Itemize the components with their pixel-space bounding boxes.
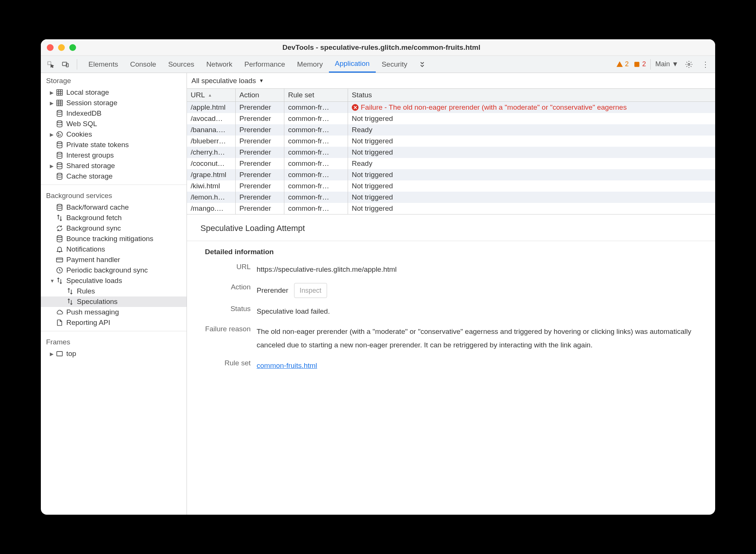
grid-icon — [55, 89, 64, 96]
svg-point-8 — [57, 121, 62, 123]
tab-sources[interactable]: Sources — [162, 56, 200, 73]
db-icon — [55, 204, 64, 211]
sidebar-item-background-sync[interactable]: Background sync — [41, 223, 187, 234]
table-row[interactable]: /avocad…Prerendercommon-fr…Not triggered — [187, 113, 715, 124]
sidebar-item-local-storage[interactable]: ▶Local storage — [41, 87, 187, 98]
devtools-window: DevTools - speculative-rules.glitch.me/c… — [41, 39, 715, 515]
titlebar: DevTools - speculative-rules.glitch.me/c… — [41, 39, 715, 56]
svg-rect-21 — [57, 351, 63, 356]
sidebar-item-speculative-loads[interactable]: ▼Speculative loads — [41, 276, 187, 286]
svg-point-17 — [57, 204, 62, 206]
svg-rect-3 — [634, 62, 639, 67]
sidebar-item-rules[interactable]: Rules — [41, 286, 187, 296]
sidebar-item-cache-storage[interactable]: Cache storage — [41, 171, 187, 182]
sidebar-item-session-storage[interactable]: ▶Session storage — [41, 98, 187, 108]
ruleset-link[interactable]: common-fruits.html — [257, 362, 317, 369]
db-icon — [55, 152, 64, 159]
svg-point-18 — [57, 236, 62, 238]
sidebar-item-payment-handler[interactable]: Payment handler — [41, 255, 187, 265]
svg-point-16 — [57, 173, 62, 175]
more-tabs-icon[interactable] — [416, 58, 428, 70]
card-icon — [55, 256, 64, 264]
warnings-badge[interactable]: 2 — [616, 60, 629, 68]
col-url[interactable]: URL▲ — [187, 89, 236, 101]
sidebar-item-web-sql[interactable]: Web SQL — [41, 119, 187, 129]
sidebar-item-reporting-api[interactable]: Reporting API — [41, 317, 187, 328]
sidebar-item-shared-storage[interactable]: ▶Shared storage — [41, 161, 187, 171]
tab-console[interactable]: Console — [124, 56, 162, 73]
panel-tabs: ElementsConsoleSourcesNetworkPerformance… — [82, 56, 413, 73]
frames-section-title: Frames — [41, 334, 187, 348]
table-row[interactable]: /banana.…Prerendercommon-fr…Ready — [187, 124, 715, 136]
window-title: DevTools - speculative-rules.glitch.me/c… — [76, 43, 687, 52]
tab-security[interactable]: Security — [376, 56, 414, 73]
svg-point-10 — [58, 133, 59, 134]
svg-point-9 — [57, 132, 63, 137]
svg-rect-5 — [57, 90, 63, 95]
col-action[interactable]: Action — [236, 89, 284, 101]
svg-point-4 — [688, 63, 690, 65]
svg-rect-6 — [57, 100, 63, 106]
db-icon — [55, 162, 64, 170]
sidebar-item-periodic-background-sync[interactable]: Periodic background sync — [41, 265, 187, 276]
detail-url: https://speculative-rules.glitch.me/appl… — [257, 263, 702, 276]
detail-status: Speculative load failed. — [257, 305, 702, 318]
bell-icon — [55, 246, 64, 253]
sidebar-item-cookies[interactable]: ▶Cookies — [41, 129, 187, 140]
main-toolbar: ElementsConsoleSourcesNetworkPerformance… — [41, 56, 715, 73]
target-selector[interactable]: Main ▼ — [655, 60, 678, 68]
svg-point-14 — [57, 152, 62, 154]
updown-icon — [55, 277, 64, 284]
sidebar-item-interest-groups[interactable]: Interest groups — [41, 150, 187, 161]
sidebar-item-bounce-tracking-mitigations[interactable]: Bounce tracking mitigations — [41, 234, 187, 244]
inspect-element-icon[interactable] — [45, 58, 57, 70]
tab-memory[interactable]: Memory — [291, 56, 329, 73]
chevron-down-icon: ▼ — [259, 78, 264, 83]
tab-elements[interactable]: Elements — [82, 56, 124, 73]
label-failure-reason: Failure reason — [200, 325, 257, 333]
maximize-button[interactable] — [69, 44, 76, 51]
table-row[interactable]: /grape.htmlPrerendercommon-fr…Not trigge… — [187, 169, 715, 180]
table-row[interactable]: /blueberr…Prerendercommon-fr…Not trigger… — [187, 136, 715, 147]
tab-application[interactable]: Application — [329, 56, 376, 73]
more-menu-icon[interactable]: ⋮ — [699, 58, 711, 70]
table-row[interactable]: /coconut…Prerendercommon-fr…Ready — [187, 158, 715, 169]
minimize-button[interactable] — [58, 44, 65, 51]
tab-performance[interactable]: Performance — [238, 56, 291, 73]
detail-subtitle: Detailed information — [205, 248, 702, 256]
sidebar-item-speculations[interactable]: Speculations — [41, 296, 187, 307]
grid-icon — [55, 99, 64, 107]
table-row[interactable]: /apple.htmlPrerendercommon-fr…✕Failure -… — [187, 102, 715, 113]
detail-failure-reason: The old non-eager prerender (with a "mod… — [257, 325, 702, 352]
sidebar-item-background-fetch[interactable]: Background fetch — [41, 213, 187, 223]
sidebar-item-notifications[interactable]: Notifications — [41, 244, 187, 255]
svg-point-12 — [58, 135, 59, 136]
db-icon — [55, 141, 64, 149]
settings-icon[interactable] — [683, 58, 695, 70]
application-sidebar: Storage ▶Local storage▶Session storageIn… — [41, 73, 187, 515]
close-button[interactable] — [47, 44, 54, 51]
label-url: URL — [200, 263, 257, 271]
table-row[interactable]: /kiwi.htmlPrerendercommon-fr…Not trigger… — [187, 180, 715, 192]
sidebar-item-top[interactable]: ▶top — [41, 348, 187, 359]
filter-dropdown[interactable]: All speculative loads ▼ — [187, 73, 715, 89]
detail-title: Speculative Loading Attempt — [200, 223, 702, 233]
device-toggle-icon[interactable] — [60, 58, 72, 70]
label-status: Status — [200, 305, 257, 313]
sidebar-item-back-forward-cache[interactable]: Back/forward cache — [41, 202, 187, 213]
col-status[interactable]: Status — [348, 89, 715, 101]
sidebar-item-indexeddb[interactable]: IndexedDB — [41, 108, 187, 119]
errors-badge[interactable]: 2 — [633, 60, 646, 68]
table-row[interactable]: /cherry.h…Prerendercommon-fr…Not trigger… — [187, 147, 715, 158]
sidebar-item-push-messaging[interactable]: Push messaging — [41, 307, 187, 317]
sidebar-item-private-state-tokens[interactable]: Private state tokens — [41, 140, 187, 150]
detail-panel: Speculative Loading Attempt Detailed inf… — [187, 214, 715, 515]
col-rule[interactable]: Rule set — [284, 89, 348, 101]
table-row[interactable]: /mango.…Prerendercommon-fr…Not triggered — [187, 203, 715, 214]
error-icon: ✕ — [352, 104, 359, 111]
inspect-button[interactable]: Inspect — [294, 283, 327, 298]
sort-arrow-icon: ▲ — [208, 93, 212, 97]
table-row[interactable]: /lemon.h…Prerendercommon-fr…Not triggere… — [187, 192, 715, 203]
doc-icon — [55, 319, 64, 326]
tab-network[interactable]: Network — [200, 56, 239, 73]
